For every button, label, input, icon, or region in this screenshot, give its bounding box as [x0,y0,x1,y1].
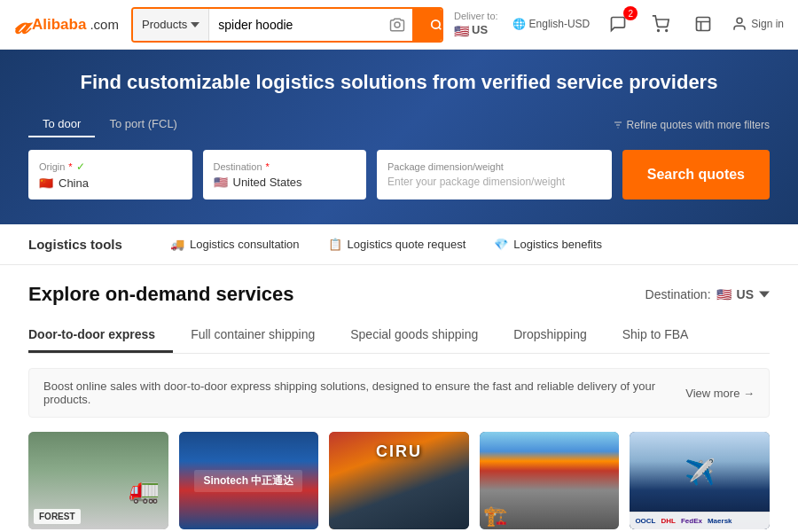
destination-value: 🇺🇸 United States [214,176,356,189]
us-flag-explore-icon: 🇺🇸 [716,287,732,301]
user-icon [732,16,747,32]
tab-full-container[interactable]: Full container shipping [173,320,332,353]
language-selector[interactable]: 🌐 English-USD [512,18,591,30]
ciru-label: CIRU [376,442,422,461]
search-input[interactable] [209,9,382,41]
product-card-1[interactable]: FOREST 🚛 [28,432,168,529]
service-tabs: Door-to-door express Full container ship… [28,320,770,354]
alibaba-logo-icon: 𝒶 [14,8,28,41]
svg-point-1 [432,20,440,27]
tab-to-port[interactable]: To port (FCL) [95,112,192,137]
airplane-icon: ✈️ [630,432,770,512]
filter-icon [613,120,623,130]
search-quotes-button[interactable]: Search quotes [622,150,770,200]
consultation-icon: 🚚 [170,238,184,251]
origin-label: Origin * ✓ [39,160,182,173]
quote-icon: 📋 [328,238,342,251]
products-grid: FOREST 🚛 Sinotech 中正通达 CIRU 🏗️ ✈️ [28,432,770,529]
svg-point-2 [658,30,660,32]
china-flag-icon: 🇨🇳 [39,176,53,190]
logo[interactable]: 𝒶 Alibaba .com [14,8,121,41]
truck-icon: 🚛 [129,475,160,505]
airline-logos: OOCL DHL FedEx Maersk [630,512,770,529]
logistics-consultation-link[interactable]: 🚚 Logistics consultation [170,238,300,251]
refine-quotes-link[interactable]: Refine quotes with more filters [613,119,770,131]
message-badge: 2 [623,6,638,20]
chevron-down-icon [191,20,200,29]
check-icon: ✓ [76,160,85,173]
tab-special-goods[interactable]: Special goods shipping [332,320,496,353]
globe-icon: 🌐 [512,18,526,30]
explore-header: Explore on-demand services Destination: … [28,283,770,306]
required-star: * [68,161,72,172]
deliver-label: Deliver to: [454,10,498,22]
product-card-5[interactable]: ✈️ OOCL DHL FedEx Maersk [630,432,770,529]
package-field[interactable]: Package dimension/weight Enter your pack… [377,150,612,200]
product-card-4[interactable]: 🏗️ [480,432,620,529]
camera-icon[interactable] [382,17,412,33]
svg-point-0 [395,22,400,27]
destination-label: Destination * [214,161,356,172]
package-placeholder: Enter your package dimension/weight [387,176,601,188]
svg-point-3 [666,30,668,32]
origin-field[interactable]: Origin * ✓ 🇨🇳 China [28,150,192,200]
tools-label: Logistics tools [28,237,170,252]
logistics-benefits-link[interactable]: 💎 Logistics benefits [494,238,602,251]
header: 𝒶 Alibaba .com Products Search Deliver t… [0,0,798,50]
explore-title: Explore on-demand services [28,283,294,306]
search-form: Origin * ✓ 🇨🇳 China Destination * 🇺🇸 Uni… [28,150,770,200]
destination-field[interactable]: Destination * 🇺🇸 United States [203,150,367,200]
hero-tabs-row: To door To port (FCL) Refine quotes with… [28,112,770,137]
explore-section: Explore on-demand services Destination: … [0,265,798,532]
deliver-to: Deliver to: 🇺🇸 US [454,10,498,38]
search-button[interactable]: Search [412,9,443,41]
hero-title: Find customizable logistics solutions fr… [28,71,770,94]
origin-value: 🇨🇳 China [39,176,182,190]
logistics-quote-link[interactable]: 📋 Logistics quote request [328,238,466,251]
benefits-icon: 💎 [494,238,508,251]
package-label: Package dimension/weight [387,161,601,172]
promo-text: Boost online sales with door-to-door exp… [43,379,685,406]
messages-button[interactable]: 2 [604,12,632,36]
orders-button[interactable] [689,12,717,36]
cart-button[interactable] [646,12,675,36]
view-more-link[interactable]: View more → [685,387,755,400]
us-flag-dest-icon: 🇺🇸 [214,176,228,189]
tab-dropshipping[interactable]: Dropshipping [496,320,605,353]
forest-label: FOREST [34,509,81,524]
promo-bar: Boost online sales with door-to-door exp… [28,368,770,418]
hero-tabs: To door To port (FCL) [28,112,192,137]
tab-door-to-door[interactable]: Door-to-door express [28,320,173,353]
svg-point-5 [737,19,742,24]
tab-ship-to-fba[interactable]: Ship to FBA [605,320,707,353]
port-icon: 🏗️ [483,506,507,526]
svg-rect-4 [697,18,710,31]
hero-section: Find customizable logistics solutions fr… [0,50,798,224]
deliver-country: 🇺🇸 US [454,23,498,39]
logo-domain: .com [90,17,119,32]
chevron-down-dest-icon [759,289,770,300]
required-star-dest: * [266,161,270,172]
search-icon [430,19,442,31]
us-flag-icon: 🇺🇸 [454,23,469,39]
cart-icon [652,15,669,33]
sign-in-button[interactable]: Sign in [732,16,784,32]
product-card-3[interactable]: CIRU [329,432,469,529]
sinotech-label: Sinotech 中正通达 [194,470,302,492]
header-actions: Deliver to: 🇺🇸 US 🌐 English-USD 2 Sign i… [454,10,784,38]
tools-links: 🚚 Logistics consultation 📋 Logistics quo… [170,238,602,251]
product-card-2[interactable]: Sinotech 中正通达 [179,432,319,529]
search-bar: Products Search [131,7,443,43]
tools-bar: Logistics tools 🚚 Logistics consultation… [0,224,798,265]
logo-wordmark: Alibaba [32,16,86,34]
destination-selector[interactable]: Destination: 🇺🇸 US [645,287,770,301]
search-type-selector[interactable]: Products [133,9,209,41]
orders-icon [694,15,712,33]
tab-to-door[interactable]: To door [28,112,95,137]
